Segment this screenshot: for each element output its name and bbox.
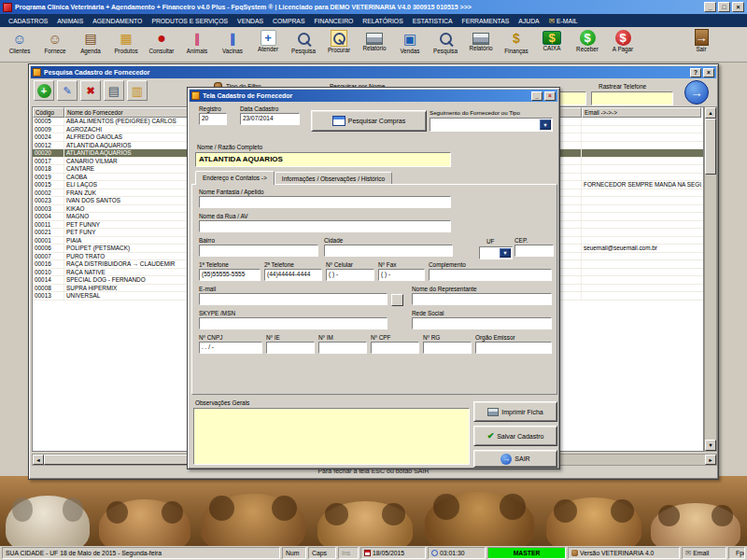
column-header-email[interactable]: Email ->->-> bbox=[582, 107, 701, 118]
toolbar-button[interactable]: Sair bbox=[684, 28, 719, 52]
observacoes-textarea[interactable] bbox=[193, 408, 470, 465]
tab-endereco-contatos[interactable]: Endereço e Contatos -> bbox=[195, 171, 275, 185]
column-header-codigo[interactable]: Código bbox=[33, 107, 64, 118]
menu-item[interactable]: COMPRAS bbox=[268, 18, 309, 24]
toolbar-button[interactable]: Consultar bbox=[144, 28, 179, 54]
form-close-button[interactable]: × bbox=[544, 91, 556, 101]
maximize-button[interactable]: □ bbox=[718, 2, 730, 12]
chevron-down-icon[interactable]: ▼ bbox=[500, 248, 511, 258]
registro-field[interactable]: 20 bbox=[199, 113, 227, 125]
menu-item[interactable]: FINANCEIRO bbox=[309, 18, 358, 24]
representante-input[interactable] bbox=[412, 293, 552, 305]
ie-input[interactable] bbox=[266, 342, 315, 354]
scroll-up-button[interactable]: ▲ bbox=[705, 107, 716, 119]
toolbar-button[interactable]: Pesquisa bbox=[428, 28, 463, 54]
toolbar-icon bbox=[9, 29, 30, 48]
toolbar-icon bbox=[366, 33, 383, 45]
toolbar-button[interactable]: CAIXA bbox=[534, 28, 570, 51]
email-extra-button[interactable] bbox=[391, 294, 403, 306]
toolbar-button[interactable]: Agenda bbox=[73, 28, 108, 54]
rede-social-input[interactable] bbox=[412, 317, 552, 329]
toolbar-button[interactable]: A Pagar bbox=[605, 28, 641, 52]
orgao-emissor-input[interactable] bbox=[475, 342, 552, 354]
toolbar-button[interactable]: Fornece bbox=[37, 28, 73, 54]
menu-item[interactable]: AGENDAMENTO bbox=[88, 18, 147, 24]
toolbar-button[interactable]: Relatório bbox=[463, 28, 499, 51]
menu-item[interactable]: RELATÓRIOS bbox=[358, 18, 407, 24]
scroll-right-button[interactable]: ► bbox=[705, 455, 716, 465]
menu-item[interactable]: AJUDA bbox=[514, 18, 543, 24]
phone-trace-input[interactable] bbox=[591, 91, 673, 105]
menu-item-email[interactable]: ✉ E-MAIL bbox=[544, 17, 583, 25]
scroll-left-button[interactable]: ◄ bbox=[33, 455, 44, 465]
cell-email bbox=[582, 133, 701, 141]
toolbar-button[interactable]: Clientes bbox=[2, 28, 37, 54]
tab-informacoes-historico[interactable]: Informações / Observações / Histórico bbox=[275, 172, 392, 185]
menu-item[interactable]: CADASTROS bbox=[4, 18, 52, 24]
skype-input[interactable] bbox=[199, 317, 388, 329]
fax-input[interactable]: ( ) - bbox=[378, 269, 425, 281]
toolbar-button[interactable]: Produtos bbox=[108, 28, 144, 54]
toolbar-button[interactable]: Pesquisa bbox=[286, 28, 321, 54]
menu-item[interactable]: ANIMAIS bbox=[52, 18, 88, 24]
nome-fantasia-input[interactable] bbox=[199, 196, 451, 208]
menu-item[interactable]: PRODUTOS E SERVIÇOS bbox=[147, 18, 233, 24]
razao-input[interactable]: ATLANTIDA AQUARIOS bbox=[195, 152, 451, 167]
seguimento-dropdown[interactable]: ▼ bbox=[430, 118, 553, 132]
bairro-input[interactable] bbox=[199, 245, 318, 257]
delete-supplier-button[interactable]: ✖ bbox=[80, 80, 101, 101]
minimize-button[interactable]: _ bbox=[704, 2, 716, 12]
vertical-scrollbar[interactable]: ▲ ▼ bbox=[704, 106, 717, 452]
sair-button[interactable]: → SAIR bbox=[473, 450, 557, 468]
cep-input[interactable] bbox=[514, 245, 554, 257]
telefone1-input[interactable]: (55)55555-5555 bbox=[199, 269, 261, 281]
rua-input[interactable] bbox=[199, 220, 451, 232]
toolbar-button[interactable]: Vendas bbox=[392, 28, 428, 54]
search-window-close-button[interactable]: × bbox=[703, 68, 714, 77]
celular-input[interactable]: ( ) - bbox=[326, 269, 374, 281]
cidade-label: Cidade bbox=[324, 237, 453, 244]
search-window-titlebar[interactable]: Pesquisa Cadastro de Fornecedor ? × bbox=[31, 66, 716, 78]
close-button[interactable]: × bbox=[732, 2, 744, 12]
rg-input[interactable] bbox=[423, 342, 472, 354]
uf-dropdown[interactable]: ▼ bbox=[479, 246, 513, 259]
toolbar-button[interactable]: Relatório bbox=[357, 28, 392, 51]
vertical-scroll-thumb[interactable] bbox=[705, 119, 716, 175]
data-cadastro-field[interactable]: 23/07/2014 bbox=[240, 113, 300, 125]
help-button[interactable]: ? bbox=[690, 68, 701, 77]
complemento-input[interactable] bbox=[429, 269, 552, 281]
toolbar-button[interactable]: Finanças bbox=[499, 28, 534, 54]
puppy-figure bbox=[425, 492, 534, 546]
toolbar-button[interactable]: Animais bbox=[179, 28, 215, 54]
menu-item[interactable]: ESTATISTICA bbox=[408, 18, 458, 24]
toolbar-button[interactable]: Atender bbox=[250, 28, 286, 52]
cell-email bbox=[582, 292, 701, 300]
telefone2-input[interactable]: (44)44444-4444 bbox=[264, 269, 322, 281]
toolbar-label: Pesquisa bbox=[433, 48, 458, 54]
scroll-down-button[interactable]: ▼ bbox=[705, 440, 716, 451]
form-minimize-button[interactable]: _ bbox=[531, 91, 543, 101]
chevron-down-icon[interactable]: ▼ bbox=[540, 119, 551, 130]
cnpj-input[interactable]: . . / - bbox=[199, 342, 262, 354]
pesquisar-compras-button[interactable]: Pesquisar Compras bbox=[311, 110, 427, 132]
cpf-input[interactable] bbox=[371, 342, 419, 354]
imprimir-ficha-button[interactable]: Imprimir Ficha bbox=[473, 401, 557, 422]
go-search-button[interactable]: → bbox=[684, 80, 709, 105]
toolbar-button[interactable]: Vacinas bbox=[215, 28, 250, 54]
status-email[interactable]: ✉ Email bbox=[682, 547, 726, 559]
edit-supplier-button[interactable]: ✎ bbox=[57, 80, 78, 101]
im-input[interactable] bbox=[318, 342, 367, 354]
print-list-button[interactable]: ▤ bbox=[104, 80, 124, 101]
menu-item[interactable]: FERRAMENTAS bbox=[457, 18, 514, 24]
browse-button[interactable]: ▥ bbox=[127, 80, 148, 101]
toolbar-button[interactable]: Receber bbox=[570, 28, 605, 52]
menu-item[interactable]: VENDAS bbox=[233, 18, 268, 24]
form-titlebar[interactable]: Tela Cadastro de Fornecedor _ × bbox=[190, 90, 557, 102]
cell-email bbox=[582, 285, 701, 292]
toolbar-button[interactable]: Procurar bbox=[321, 28, 357, 53]
cidade-input[interactable] bbox=[324, 245, 453, 257]
email-input[interactable] bbox=[199, 293, 388, 305]
main-titlebar[interactable]: Programa Clínica Veterinária + Agendamen… bbox=[0, 0, 747, 14]
salvar-cadastro-button[interactable]: ✔ Salvar Cadastro bbox=[473, 426, 557, 446]
add-supplier-button[interactable]: + bbox=[34, 80, 54, 101]
